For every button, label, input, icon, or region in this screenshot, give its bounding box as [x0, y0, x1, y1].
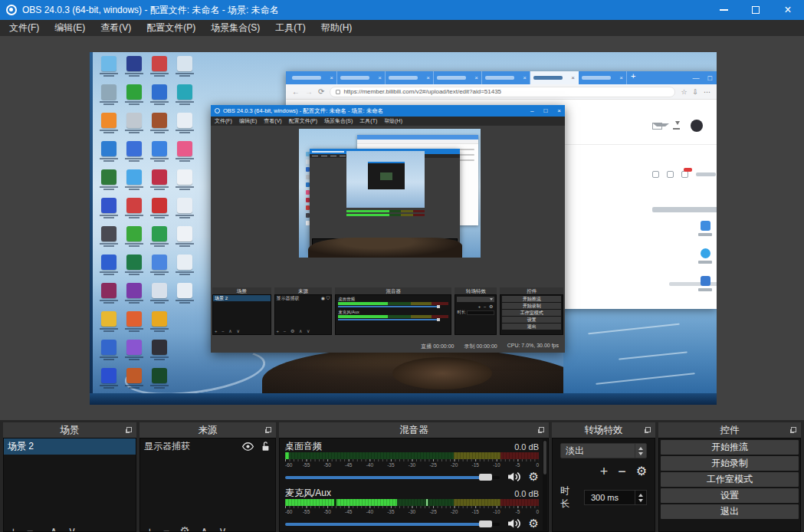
settings-button[interactable]: 设置 — [661, 488, 799, 503]
move-source-up-button[interactable]: ∧ — [200, 524, 208, 532]
visibility-eye-icon[interactable] — [241, 442, 254, 451]
menu-bar: 文件(F) 编辑(E) 查看(V) 配置文件(P) 场景集合(S) 工具(T) … — [0, 20, 804, 36]
channel-settings-gear-icon[interactable]: ⚙ — [529, 518, 539, 530]
remove-transition-button[interactable]: − — [618, 465, 626, 478]
desktop-icon — [172, 84, 197, 112]
remove-source-button[interactable]: − — [163, 524, 170, 532]
sources-dock: 来源 显示器捕获 + − ⚙ ∧ ∨ — [139, 422, 276, 532]
dock-float-icon[interactable] — [645, 427, 651, 432]
transition-select[interactable]: 淡出 — [560, 443, 647, 458]
browser-new-tab-icon: + — [631, 71, 635, 84]
desktop-icon — [146, 140, 172, 169]
channel-settings-gear-icon[interactable]: ⚙ — [529, 471, 539, 483]
editor-tool-icon — [667, 171, 674, 178]
source-item-label: 显示器捕获 — [144, 440, 190, 453]
browser-tab: × — [482, 71, 530, 84]
dock-float-icon[interactable] — [126, 427, 132, 432]
nested-control-button: 开始推流 — [502, 296, 561, 302]
dock-float-icon[interactable] — [791, 427, 796, 432]
desktop-icon — [121, 169, 146, 197]
transitions-dock: 转场特效 淡出 + − ⚙ 时长 300 ms — [552, 422, 655, 532]
desktop-icon — [121, 112, 146, 140]
transitions-dock-header[interactable]: 转场特效 — [552, 422, 655, 438]
mixer-scale: -60-55-50-45-40-35-30-25-20-15-10-50 — [285, 508, 539, 515]
wallpaper-left-edge — [90, 52, 93, 405]
volume-slider[interactable] — [285, 517, 500, 531]
close-button[interactable]: × — [772, 0, 804, 20]
obs-logo-icon — [6, 5, 17, 15]
start-recording-button[interactable]: 开始录制 — [661, 456, 799, 471]
desktop-icon — [172, 282, 197, 310]
browser-window-buttons: — □ — [693, 71, 712, 84]
nested-toolbar: + − ∧ ∨ — [215, 328, 241, 333]
move-scene-up-button[interactable]: ∧ — [50, 524, 58, 532]
desktop-icon — [172, 55, 197, 84]
select-spinner-icon[interactable] — [635, 444, 646, 458]
mixer-body: 桌面音频 0.0 dB -60-55-50-45-40-35-30-25-20-… — [279, 438, 549, 532]
new-badge — [684, 168, 692, 172]
sources-dock-title: 来源 — [199, 424, 218, 437]
speaker-icon[interactable] — [507, 471, 522, 483]
downloads-icon: ⇩ — [692, 88, 698, 96]
duration-spinbox[interactable]: 300 ms — [584, 490, 647, 505]
unlock-icon[interactable] — [261, 442, 270, 452]
move-source-down-button[interactable]: ∨ — [218, 524, 227, 532]
move-scene-down-button[interactable]: ∨ — [68, 524, 77, 532]
menu-file[interactable]: 文件(F) — [2, 20, 47, 36]
mixer-scrollbar[interactable] — [543, 439, 547, 530]
maximize-button[interactable] — [740, 0, 772, 20]
source-item[interactable]: 显示器捕获 — [140, 438, 275, 455]
slider-knob[interactable] — [479, 474, 492, 481]
start-streaming-button[interactable]: 开始推流 — [661, 440, 799, 455]
speaker-icon[interactable] — [507, 517, 522, 530]
volume-slider[interactable] — [285, 470, 500, 484]
transition-selected-value: 淡出 — [561, 445, 635, 458]
nested-source-item: 显示器捕获 — [277, 295, 300, 301]
close-icon: × — [784, 4, 791, 16]
minimize-icon — [720, 9, 728, 11]
shortcut-label — [698, 233, 712, 236]
dock-float-icon[interactable] — [266, 427, 271, 432]
desktop-icon — [121, 197, 146, 225]
desktop-icon — [121, 282, 146, 310]
menu-tools[interactable]: 工具(T) — [267, 20, 313, 36]
desktop-icon — [172, 112, 197, 140]
sources-dock-header[interactable]: 来源 — [139, 422, 276, 438]
volume-meter — [285, 452, 539, 459]
menu-view[interactable]: 查看(V) — [93, 20, 139, 36]
stream-time: 直播 00:00:00 — [421, 343, 454, 350]
scene-item[interactable]: 场景 2 — [4, 438, 136, 455]
mixer-dock-header[interactable]: 混音器 — [279, 422, 549, 438]
browser-tab: × — [386, 71, 434, 84]
browser-tab: × — [434, 71, 482, 84]
minimize-button[interactable] — [707, 0, 740, 20]
forward-icon: → — [305, 87, 313, 96]
source-properties-gear-icon[interactable]: ⚙ — [180, 524, 190, 532]
preview-canvas[interactable]: ×××××××+ — □ ← → ⟳ https://member.bilibi… — [90, 52, 717, 405]
dock-float-icon[interactable] — [539, 427, 544, 432]
slider-knob[interactable] — [479, 521, 492, 527]
add-scene-button[interactable]: + — [10, 524, 17, 532]
menu-profile[interactable]: 配置文件(P) — [139, 20, 203, 36]
menu-edit[interactable]: 编辑(E) — [47, 20, 93, 36]
nested-scene-item: 场景 2 — [213, 295, 271, 301]
nested-scenes-dock: 场景 场景 2 + − ∧ ∨ — [212, 287, 271, 335]
add-transition-button[interactable]: + — [600, 465, 609, 478]
controls-dock-header[interactable]: 控件 — [658, 422, 801, 438]
add-source-button[interactable]: + — [146, 524, 153, 532]
menu-help[interactable]: 帮助(H) — [313, 20, 360, 36]
nested-dock-title: 控件 — [500, 287, 563, 294]
exit-button[interactable]: 退出 — [661, 504, 799, 519]
remove-scene-button[interactable]: − — [27, 524, 34, 532]
desktop-icon-grid — [96, 55, 199, 396]
spinbox-arrows-icon[interactable] — [635, 491, 646, 504]
obs-logo-icon — [215, 108, 220, 113]
nested-control-button: 开始录制 — [502, 303, 561, 309]
menu-scene-collection[interactable]: 场景集合(S) — [203, 20, 267, 36]
scenes-dock-header[interactable]: 场景 — [3, 422, 136, 438]
desktop-icon — [96, 140, 121, 169]
studio-mode-button[interactable]: 工作室模式 — [661, 472, 799, 487]
transition-properties-gear-icon[interactable]: ⚙ — [636, 465, 647, 478]
chat-icon — [701, 248, 710, 258]
desktop-icon — [146, 225, 172, 254]
